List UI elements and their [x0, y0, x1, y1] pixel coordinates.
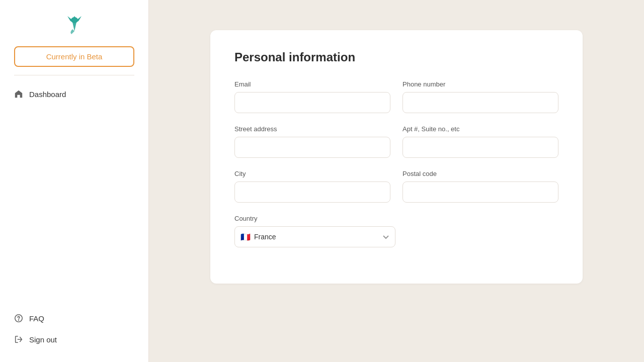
postal-input[interactable]: [403, 182, 558, 203]
faq-label: FAQ: [29, 314, 44, 323]
country-group: Country 🇫🇷 France United States United K…: [234, 215, 395, 247]
svg-point-0: [71, 17, 78, 23]
city-label: City: [234, 170, 390, 177]
apt-input[interactable]: [403, 137, 558, 158]
apt-group: Apt #, Suite no., etc: [403, 125, 558, 158]
main-nav: Dashboard: [0, 75, 148, 300]
beta-button[interactable]: Currently in Beta: [14, 46, 134, 67]
city-input[interactable]: [234, 182, 390, 203]
sign-out-icon: [14, 335, 23, 344]
help-circle-icon: [14, 314, 23, 323]
svg-point-2: [19, 320, 19, 320]
phone-group: Phone number: [403, 80, 558, 113]
phone-input[interactable]: [403, 92, 558, 113]
street-label: Street address: [234, 125, 390, 133]
country-select-wrapper: 🇫🇷 France United States United Kingdom G…: [234, 226, 395, 247]
email-label: Email: [234, 80, 390, 88]
sidebar: Currently in Beta Dashboard FAQ Sign: [0, 0, 149, 362]
city-group: City: [234, 170, 390, 203]
sidebar-bottom: FAQ Sign out: [0, 300, 148, 362]
personal-info-card: Personal information Email Phone number …: [210, 30, 583, 284]
country-label: Country: [234, 215, 395, 222]
email-group: Email: [234, 80, 390, 113]
country-select[interactable]: France United States United Kingdom Germ…: [234, 226, 395, 247]
email-input[interactable]: [234, 92, 390, 113]
sidebar-item-signout[interactable]: Sign out: [0, 329, 148, 350]
city-postal-row: City Postal code: [234, 170, 558, 203]
street-apt-row: Street address Apt #, Suite no., etc: [234, 125, 558, 158]
home-icon: [14, 89, 23, 99]
country-row: Country 🇫🇷 France United States United K…: [234, 215, 558, 247]
signout-label: Sign out: [29, 335, 57, 344]
logo-area: [0, 0, 148, 46]
email-phone-row: Email Phone number: [234, 80, 558, 113]
main-content: Personal information Email Phone number …: [149, 0, 644, 362]
apt-label: Apt #, Suite no., etc: [403, 125, 558, 133]
street-group: Street address: [234, 125, 390, 158]
street-input[interactable]: [234, 137, 390, 158]
sidebar-item-dashboard[interactable]: Dashboard: [0, 83, 148, 105]
form-title: Personal information: [234, 50, 558, 64]
brand-logo-icon: [62, 12, 87, 36]
postal-group: Postal code: [403, 170, 558, 203]
phone-label: Phone number: [403, 80, 558, 88]
postal-label: Postal code: [403, 170, 558, 177]
dashboard-label: Dashboard: [29, 90, 66, 99]
sidebar-item-faq[interactable]: FAQ: [0, 308, 148, 329]
